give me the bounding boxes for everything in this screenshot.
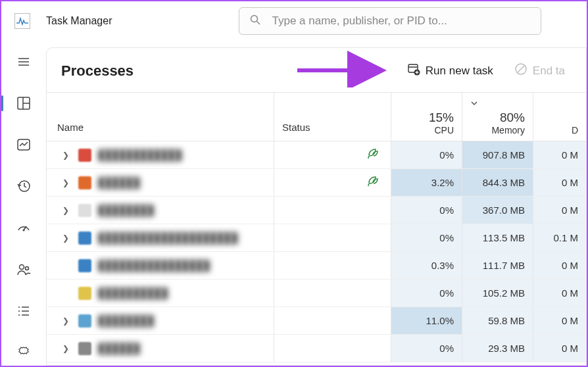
expand-chevron[interactable]: ❯ — [62, 151, 72, 160]
status-cell — [274, 307, 391, 334]
svg-point-0 — [251, 16, 257, 22]
process-name: ████████████████ — [98, 260, 210, 271]
run-task-icon — [407, 62, 420, 79]
process-name: ████████ — [98, 205, 154, 216]
memory-cell: 29.3 MB — [462, 335, 533, 362]
process-icon — [78, 259, 91, 272]
nav-details[interactable] — [11, 299, 37, 324]
table-row[interactable]: ❯██████0%29.3 MB0 M — [47, 335, 586, 362]
search-input[interactable] — [272, 14, 530, 28]
svg-point-15 — [18, 310, 20, 312]
col-name-header[interactable]: Name — [47, 93, 274, 141]
table-row[interactable]: ██████████0%105.2 MB0 M — [47, 280, 586, 307]
status-cell — [274, 252, 391, 279]
col-disk-header[interactable]: D — [533, 93, 586, 141]
memory-cell: 907.8 MB — [462, 141, 533, 168]
table-row[interactable]: ████████████████0.3%111.7 MB0 M — [47, 252, 586, 280]
svg-point-13 — [26, 266, 29, 270]
nav-services[interactable] — [11, 340, 37, 366]
memory-cell: 111.7 MB — [462, 252, 533, 279]
cpu-cell: 11.0% — [391, 307, 462, 334]
expand-chevron[interactable]: ❯ — [62, 344, 72, 353]
nav-users[interactable] — [11, 257, 37, 282]
process-name: ████████ — [98, 315, 154, 326]
title-bar: Task Manager — [1, 1, 587, 41]
cpu-cell: 0% — [391, 141, 462, 168]
status-cell — [274, 197, 391, 224]
expand-chevron[interactable]: ❯ — [62, 206, 72, 215]
table-row[interactable]: ❯████████████████████0%113.5 MB0.1 M — [47, 224, 586, 252]
table-rows: ❯████████████0%907.8 MB0 M❯██████3.2%844… — [47, 141, 586, 362]
process-icon — [78, 204, 91, 217]
disk-cell: 0 M — [533, 197, 586, 224]
memory-cell: 105.2 MB — [462, 280, 533, 306]
process-table: Name Status 15% CPU 80% Memory D — [47, 92, 586, 365]
process-name: ██████ — [98, 343, 140, 354]
svg-line-1 — [257, 22, 260, 25]
table-header: Name Status 15% CPU 80% Memory D — [47, 93, 586, 141]
cpu-cell: 0% — [391, 280, 462, 306]
svg-point-11 — [23, 229, 25, 231]
disk-cell: 0 M — [533, 307, 586, 334]
status-cell — [274, 141, 391, 168]
panel-title: Processes — [61, 62, 393, 80]
table-row[interactable]: ❯████████████0%907.8 MB0 M — [47, 141, 586, 169]
sidebar — [1, 41, 46, 366]
col-cpu-header[interactable]: 15% CPU — [391, 93, 462, 141]
memory-cell: 844.3 MB — [462, 169, 533, 196]
nav-processes[interactable] — [11, 90, 37, 116]
process-icon — [78, 342, 91, 355]
run-task-label: Run new task — [426, 64, 493, 78]
svg-line-26 — [518, 66, 524, 72]
process-name: ████████████ — [98, 149, 182, 160]
memory-cell: 367.0 MB — [462, 197, 533, 224]
svg-point-14 — [18, 306, 20, 308]
process-icon — [78, 176, 91, 189]
search-box[interactable] — [239, 7, 541, 35]
status-cell — [274, 335, 391, 362]
process-name: ████████████████████ — [98, 232, 238, 243]
status-cell — [274, 280, 391, 306]
process-icon — [78, 314, 91, 328]
end-task-icon — [514, 62, 527, 79]
app-icon — [14, 13, 30, 29]
content-panel: Processes Run new task End ta Name Statu… — [46, 47, 587, 366]
disk-cell: 0 M — [533, 252, 586, 279]
status-cell — [274, 224, 391, 251]
chevron-down-icon — [470, 98, 478, 110]
table-row[interactable]: ❯██████3.2%844.3 MB0 M — [47, 169, 586, 197]
cpu-cell: 0.3% — [391, 252, 462, 279]
hamburger-menu[interactable] — [11, 49, 37, 74]
cpu-cell: 3.2% — [391, 169, 462, 196]
expand-chevron[interactable]: ❯ — [62, 316, 72, 326]
process-icon — [78, 287, 91, 300]
expand-chevron[interactable]: ❯ — [62, 178, 72, 187]
cpu-cell: 0% — [391, 335, 462, 362]
run-new-task-button[interactable]: Run new task — [401, 59, 500, 83]
cpu-cell: 0% — [391, 224, 462, 251]
end-task-label: End ta — [533, 64, 565, 78]
disk-cell: 0 M — [533, 280, 586, 306]
svg-point-12 — [20, 264, 24, 269]
cpu-cell: 0% — [391, 197, 462, 224]
table-row[interactable]: ❯████████11.0%59.8 MB0 M — [47, 307, 586, 335]
end-task-button: End ta — [508, 59, 572, 83]
col-memory-header[interactable]: 80% Memory — [462, 93, 533, 141]
process-name: ██████ — [98, 177, 140, 188]
process-icon — [78, 149, 91, 162]
search-icon — [250, 14, 260, 28]
table-row[interactable]: ❯████████0%367.0 MB0 M — [47, 197, 586, 224]
disk-cell: 0 M — [533, 335, 586, 362]
nav-performance[interactable] — [11, 132, 37, 158]
nav-startup[interactable] — [11, 215, 37, 241]
disk-cell: 0 M — [533, 141, 586, 168]
process-icon — [78, 232, 91, 245]
app-title: Task Manager — [46, 15, 112, 27]
panel-header: Processes Run new task End ta — [47, 48, 586, 92]
nav-history[interactable] — [11, 174, 37, 199]
expand-chevron[interactable]: ❯ — [62, 233, 72, 243]
col-status-header[interactable]: Status — [274, 93, 391, 141]
status-cell — [274, 169, 391, 196]
eco-leaf-icon — [366, 147, 380, 163]
memory-cell: 113.5 MB — [462, 224, 533, 251]
